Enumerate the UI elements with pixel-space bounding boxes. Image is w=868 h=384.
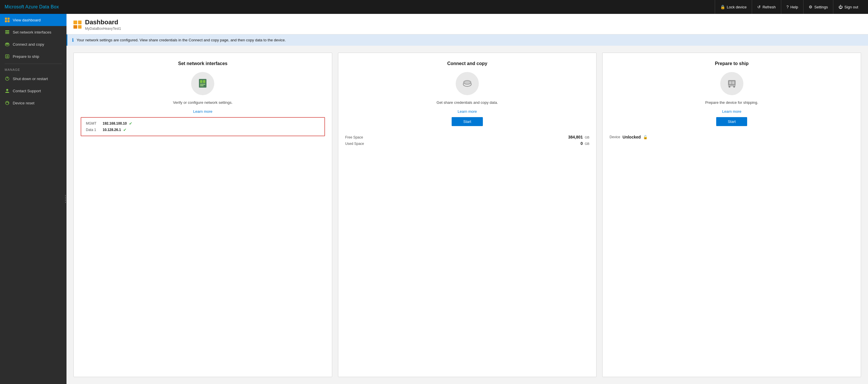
mgmt-ip: 192.168.100.10 [103,122,127,126]
free-space-row: Free Space 384,801 GB [345,135,590,139]
device-label: Device [610,135,620,139]
svg-rect-3 [7,20,9,22]
card-ship-title: Prepare to ship [715,61,748,66]
reset-icon [5,100,10,105]
svg-rect-5 [5,32,9,33]
data1-check-icon: ✔ [123,128,127,132]
settings-button[interactable]: ⚙ Settings [803,0,833,14]
card-ship-start-button[interactable]: Start [716,117,747,126]
svg-rect-6 [5,33,9,34]
svg-point-28 [728,86,731,88]
sidebar-item-set-network[interactable]: Set network interfaces [0,26,66,38]
info-banner: ℹ Your network settings are configured. … [66,34,868,46]
svg-rect-17 [200,80,203,83]
device-status-row: Device Unlocked 🔓 [610,132,854,139]
svg-rect-18 [203,80,205,83]
card-network: Set network interfaces Verify or configu… [73,53,332,377]
free-space-unit: GB [585,136,589,139]
page-title: Dashboard [85,19,121,26]
network-row-mgmt: MGMT 192.168.100.10 ✔ [86,121,320,126]
used-space-row: Used Space 0 GB [345,141,590,146]
svg-rect-0 [5,18,7,20]
card-copy-icon-wrap [456,72,479,95]
main-layout: View dashboard Set network interfaces Co… [0,14,868,384]
card-ship-description: Prepare the device for shipping. [705,100,758,105]
used-space-unit: GB [585,142,589,146]
card-copy: Connect and copy Get share credentials a… [338,53,597,377]
sidebar-item-reset[interactable]: Device reset [0,97,66,109]
mgmt-check-icon: ✔ [129,121,132,126]
page-subtitle: MyDataBoxHeavyTest1 [85,27,121,31]
top-navigation: Microsoft Azure Data Box 🔒 Lock device ↺… [0,0,868,14]
card-copy-title: Connect and copy [447,61,488,66]
sidebar-divider [5,64,62,64]
used-space-label: Used Space [345,142,368,146]
used-space-value: 0 [581,141,583,146]
info-icon: ℹ [72,37,74,43]
sidebar-item-connect-copy[interactable]: Connect and copy [0,38,66,50]
sidebar-label-support: Contact Support [13,89,41,93]
svg-rect-2 [5,20,7,22]
data1-label: Data 1 [86,128,100,132]
copy-stats: Free Space 384,801 GB Used Space 0 GB [345,132,590,149]
card-copy-learn-more[interactable]: Learn more [458,109,477,114]
network-info-box: MGMT 192.168.100.10 ✔ Data 1 10.128.26.1… [81,117,325,136]
free-space-label: Free Space [345,135,368,139]
data1-ip: 10.128.26.1 [103,128,121,132]
lock-device-button[interactable]: 🔒 Lock device [715,0,752,14]
svg-rect-16 [199,79,207,88]
sidebar-label-ship: Prepare to ship [13,54,39,59]
svg-point-8 [5,42,9,45]
card-ship-icon-wrap [720,72,743,95]
sidebar-item-prepare-ship[interactable]: Prepare to ship [0,50,66,62]
sidebar-label-reset: Device reset [13,101,34,105]
svg-rect-1 [7,18,9,20]
power-icon: ⏻ [838,5,842,9]
manage-label: MANAGE [0,65,66,72]
main-content: Dashboard MyDataBoxHeavyTest1 ℹ Your net… [66,14,868,384]
sign-out-button[interactable]: ⏻ Sign out [833,0,863,14]
sidebar-label-shutdown: Shut down or restart [13,76,48,81]
sidebar-label-network: Set network interfaces [13,30,52,34]
ship-card-icon [726,77,738,90]
network-card-icon [197,77,209,90]
sidebar-label-copy: Connect and copy [13,42,44,46]
support-icon [5,88,10,93]
sidebar-item-shutdown[interactable]: Shut down or restart [0,72,66,85]
sidebar-item-view-dashboard[interactable]: View dashboard [0,14,66,26]
card-ship: Prepare to ship Prepare the device f [602,53,861,377]
shutdown-icon [5,76,10,81]
lock-icon: 🔒 [720,5,725,9]
network-row-data1: Data 1 10.128.26.1 ✔ [86,128,320,132]
ship-icon [5,54,10,59]
free-space-value: 384,801 [568,135,583,139]
copy-card-icon [461,77,473,90]
top-nav-actions: 🔒 Lock device ↺ Refresh ? Help ⚙ Setting… [715,0,863,14]
refresh-icon: ↺ [757,5,761,9]
help-icon: ? [786,5,789,9]
card-network-learn-more[interactable]: Learn more [193,109,212,114]
card-network-icon-wrap [191,72,214,95]
card-copy-start-button[interactable]: Start [452,117,483,126]
sidebar-label-dashboard: View dashboard [13,18,41,22]
sidebar-item-support[interactable]: Contact Support [0,85,66,97]
help-button[interactable]: ? Help [781,0,804,14]
card-network-title: Set network interfaces [178,61,227,66]
refresh-button[interactable]: ↺ Refresh [752,0,781,14]
card-network-description: Verify or configure network settings. [173,100,232,105]
app-title: Microsoft Azure Data Box [5,4,59,9]
svg-point-13 [6,89,8,91]
card-copy-description: Get share credentials and copy data. [437,100,498,105]
svg-rect-10 [6,56,8,58]
svg-point-23 [464,81,470,84]
card-ship-learn-more[interactable]: Learn more [722,109,741,114]
svg-rect-20 [200,85,204,86]
svg-rect-19 [200,84,205,85]
sidebar-resize-handle[interactable] [64,195,66,203]
copy-icon [5,42,10,47]
network-icon [5,30,10,35]
cards-container: Set network interfaces Verify or configu… [66,46,868,384]
svg-rect-4 [5,30,9,31]
sidebar: View dashboard Set network interfaces Co… [0,14,66,384]
dashboard-icon [5,18,10,23]
